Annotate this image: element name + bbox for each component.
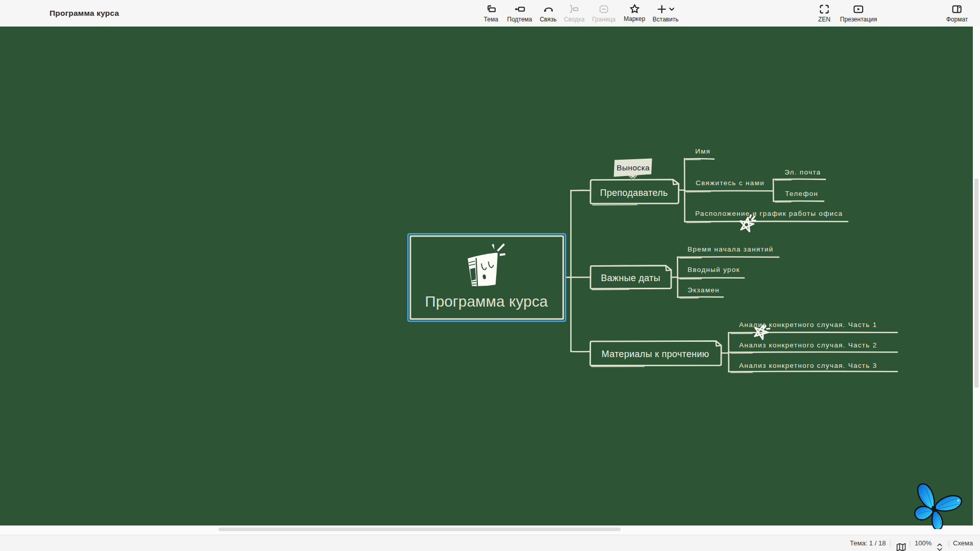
- svg-text:Эл. почта: Эл. почта: [785, 168, 821, 176]
- svg-text:Выноска: Выноска: [617, 163, 650, 172]
- svg-text:Вводный урок: Вводный урок: [688, 266, 740, 273]
- svg-text:Анализ конкретного случая. Час: Анализ конкретного случая. Часть 3: [739, 362, 877, 369]
- svg-text:Анализ конкретного случая. Час: Анализ конкретного случая. Часть 1: [739, 321, 877, 329]
- svg-text:Экзамен: Экзамен: [688, 286, 720, 294]
- svg-text:Преподаватель: Преподаватель: [600, 188, 668, 198]
- svg-text:Телефон: Телефон: [785, 190, 818, 197]
- svg-text:Свяжитесь с нами: Свяжитесь с нами: [696, 179, 765, 187]
- svg-text:Анализ конкретного случая. Час: Анализ конкретного случая. Часть 2: [739, 341, 877, 349]
- svg-text:Материалы к прочтению: Материалы к прочтению: [602, 349, 709, 359]
- svg-text:Расположение и график работы о: Расположение и график работы офиса: [695, 210, 843, 217]
- svg-text:Важные даты: Важные даты: [601, 273, 660, 283]
- svg-text:Время начала занятий: Время начала занятий: [688, 245, 773, 253]
- svg-text:Имя: Имя: [695, 147, 710, 155]
- svg-text:Программа курса: Программа курса: [425, 293, 548, 310]
